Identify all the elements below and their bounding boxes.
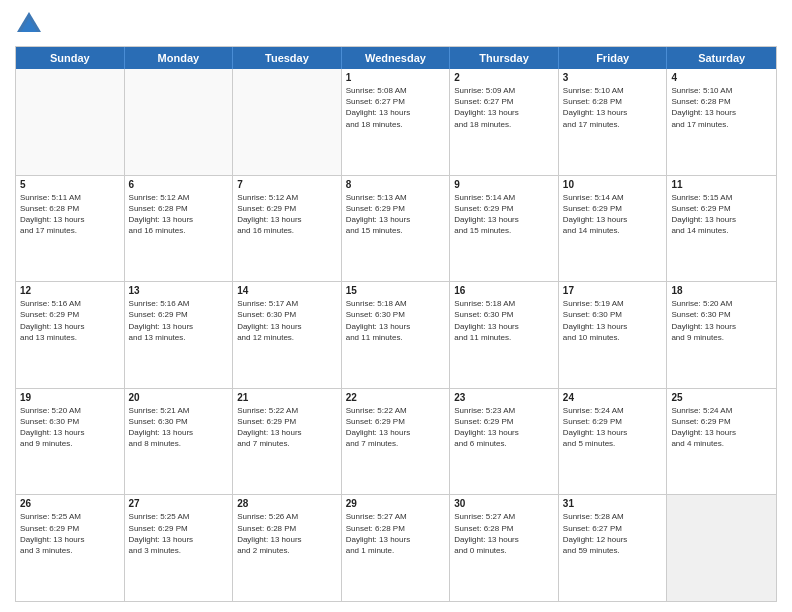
cell-info: Sunrise: 5:28 AMSunset: 6:27 PMDaylight:… (563, 511, 663, 556)
day-cell-11: 11Sunrise: 5:15 AMSunset: 6:29 PMDayligh… (667, 176, 776, 282)
day-number: 18 (671, 285, 772, 296)
day-number: 22 (346, 392, 446, 403)
day-number: 31 (563, 498, 663, 509)
cell-info: Sunrise: 5:27 AMSunset: 6:28 PMDaylight:… (454, 511, 554, 556)
day-cell-22: 22Sunrise: 5:22 AMSunset: 6:29 PMDayligh… (342, 389, 451, 495)
day-cell-7: 7Sunrise: 5:12 AMSunset: 6:29 PMDaylight… (233, 176, 342, 282)
empty-cell (16, 69, 125, 175)
calendar-row-0: 1Sunrise: 5:08 AMSunset: 6:27 PMDaylight… (16, 69, 776, 175)
day-number: 12 (20, 285, 120, 296)
day-cell-12: 12Sunrise: 5:16 AMSunset: 6:29 PMDayligh… (16, 282, 125, 388)
day-cell-17: 17Sunrise: 5:19 AMSunset: 6:30 PMDayligh… (559, 282, 668, 388)
day-cell-8: 8Sunrise: 5:13 AMSunset: 6:29 PMDaylight… (342, 176, 451, 282)
day-number: 3 (563, 72, 663, 83)
day-number: 23 (454, 392, 554, 403)
cell-info: Sunrise: 5:10 AMSunset: 6:28 PMDaylight:… (671, 85, 772, 130)
cell-info: Sunrise: 5:12 AMSunset: 6:29 PMDaylight:… (237, 192, 337, 237)
cell-info: Sunrise: 5:23 AMSunset: 6:29 PMDaylight:… (454, 405, 554, 450)
calendar-row-4: 26Sunrise: 5:25 AMSunset: 6:29 PMDayligh… (16, 494, 776, 601)
cell-info: Sunrise: 5:24 AMSunset: 6:29 PMDaylight:… (563, 405, 663, 450)
day-cell-16: 16Sunrise: 5:18 AMSunset: 6:30 PMDayligh… (450, 282, 559, 388)
calendar-row-1: 5Sunrise: 5:11 AMSunset: 6:28 PMDaylight… (16, 175, 776, 282)
day-cell-28: 28Sunrise: 5:26 AMSunset: 6:28 PMDayligh… (233, 495, 342, 601)
day-cell-2: 2Sunrise: 5:09 AMSunset: 6:27 PMDaylight… (450, 69, 559, 175)
cell-info: Sunrise: 5:25 AMSunset: 6:29 PMDaylight:… (129, 511, 229, 556)
day-cell-30: 30Sunrise: 5:27 AMSunset: 6:28 PMDayligh… (450, 495, 559, 601)
page: SundayMondayTuesdayWednesdayThursdayFrid… (0, 0, 792, 612)
cell-info: Sunrise: 5:14 AMSunset: 6:29 PMDaylight:… (454, 192, 554, 237)
day-cell-14: 14Sunrise: 5:17 AMSunset: 6:30 PMDayligh… (233, 282, 342, 388)
day-number: 6 (129, 179, 229, 190)
empty-cell (125, 69, 234, 175)
day-number: 8 (346, 179, 446, 190)
day-cell-29: 29Sunrise: 5:27 AMSunset: 6:28 PMDayligh… (342, 495, 451, 601)
cell-info: Sunrise: 5:08 AMSunset: 6:27 PMDaylight:… (346, 85, 446, 130)
day-number: 4 (671, 72, 772, 83)
day-cell-3: 3Sunrise: 5:10 AMSunset: 6:28 PMDaylight… (559, 69, 668, 175)
day-number: 1 (346, 72, 446, 83)
day-number: 9 (454, 179, 554, 190)
day-number: 5 (20, 179, 120, 190)
header-day-sunday: Sunday (16, 47, 125, 69)
day-number: 27 (129, 498, 229, 509)
header-day-wednesday: Wednesday (342, 47, 451, 69)
cell-info: Sunrise: 5:16 AMSunset: 6:29 PMDaylight:… (20, 298, 120, 343)
day-number: 28 (237, 498, 337, 509)
header-day-thursday: Thursday (450, 47, 559, 69)
day-cell-20: 20Sunrise: 5:21 AMSunset: 6:30 PMDayligh… (125, 389, 234, 495)
cell-info: Sunrise: 5:18 AMSunset: 6:30 PMDaylight:… (454, 298, 554, 343)
cell-info: Sunrise: 5:13 AMSunset: 6:29 PMDaylight:… (346, 192, 446, 237)
logo (15, 10, 47, 38)
cell-info: Sunrise: 5:16 AMSunset: 6:29 PMDaylight:… (129, 298, 229, 343)
cell-info: Sunrise: 5:18 AMSunset: 6:30 PMDaylight:… (346, 298, 446, 343)
day-number: 13 (129, 285, 229, 296)
day-cell-1: 1Sunrise: 5:08 AMSunset: 6:27 PMDaylight… (342, 69, 451, 175)
day-cell-25: 25Sunrise: 5:24 AMSunset: 6:29 PMDayligh… (667, 389, 776, 495)
cell-info: Sunrise: 5:10 AMSunset: 6:28 PMDaylight:… (563, 85, 663, 130)
day-number: 19 (20, 392, 120, 403)
cell-info: Sunrise: 5:12 AMSunset: 6:28 PMDaylight:… (129, 192, 229, 237)
day-cell-6: 6Sunrise: 5:12 AMSunset: 6:28 PMDaylight… (125, 176, 234, 282)
header-day-saturday: Saturday (667, 47, 776, 69)
day-cell-13: 13Sunrise: 5:16 AMSunset: 6:29 PMDayligh… (125, 282, 234, 388)
day-cell-27: 27Sunrise: 5:25 AMSunset: 6:29 PMDayligh… (125, 495, 234, 601)
cell-info: Sunrise: 5:20 AMSunset: 6:30 PMDaylight:… (20, 405, 120, 450)
cell-info: Sunrise: 5:09 AMSunset: 6:27 PMDaylight:… (454, 85, 554, 130)
header-day-friday: Friday (559, 47, 668, 69)
calendar-row-3: 19Sunrise: 5:20 AMSunset: 6:30 PMDayligh… (16, 388, 776, 495)
cell-info: Sunrise: 5:22 AMSunset: 6:29 PMDaylight:… (237, 405, 337, 450)
day-number: 29 (346, 498, 446, 509)
day-cell-24: 24Sunrise: 5:24 AMSunset: 6:29 PMDayligh… (559, 389, 668, 495)
calendar-header: SundayMondayTuesdayWednesdayThursdayFrid… (16, 47, 776, 69)
day-cell-15: 15Sunrise: 5:18 AMSunset: 6:30 PMDayligh… (342, 282, 451, 388)
header (15, 10, 777, 38)
day-number: 21 (237, 392, 337, 403)
day-cell-18: 18Sunrise: 5:20 AMSunset: 6:30 PMDayligh… (667, 282, 776, 388)
day-cell-21: 21Sunrise: 5:22 AMSunset: 6:29 PMDayligh… (233, 389, 342, 495)
day-cell-31: 31Sunrise: 5:28 AMSunset: 6:27 PMDayligh… (559, 495, 668, 601)
day-number: 2 (454, 72, 554, 83)
day-number: 24 (563, 392, 663, 403)
cell-info: Sunrise: 5:19 AMSunset: 6:30 PMDaylight:… (563, 298, 663, 343)
day-number: 20 (129, 392, 229, 403)
day-number: 17 (563, 285, 663, 296)
day-number: 7 (237, 179, 337, 190)
header-day-tuesday: Tuesday (233, 47, 342, 69)
cell-info: Sunrise: 5:14 AMSunset: 6:29 PMDaylight:… (563, 192, 663, 237)
calendar-body: 1Sunrise: 5:08 AMSunset: 6:27 PMDaylight… (16, 69, 776, 601)
day-number: 10 (563, 179, 663, 190)
day-cell-5: 5Sunrise: 5:11 AMSunset: 6:28 PMDaylight… (16, 176, 125, 282)
day-number: 14 (237, 285, 337, 296)
day-cell-9: 9Sunrise: 5:14 AMSunset: 6:29 PMDaylight… (450, 176, 559, 282)
day-cell-4: 4Sunrise: 5:10 AMSunset: 6:28 PMDaylight… (667, 69, 776, 175)
empty-cell (233, 69, 342, 175)
cell-info: Sunrise: 5:26 AMSunset: 6:28 PMDaylight:… (237, 511, 337, 556)
cell-info: Sunrise: 5:15 AMSunset: 6:29 PMDaylight:… (671, 192, 772, 237)
day-cell-19: 19Sunrise: 5:20 AMSunset: 6:30 PMDayligh… (16, 389, 125, 495)
day-number: 25 (671, 392, 772, 403)
cell-info: Sunrise: 5:21 AMSunset: 6:30 PMDaylight:… (129, 405, 229, 450)
header-day-monday: Monday (125, 47, 234, 69)
day-number: 16 (454, 285, 554, 296)
calendar: SundayMondayTuesdayWednesdayThursdayFrid… (15, 46, 777, 602)
day-cell-26: 26Sunrise: 5:25 AMSunset: 6:29 PMDayligh… (16, 495, 125, 601)
